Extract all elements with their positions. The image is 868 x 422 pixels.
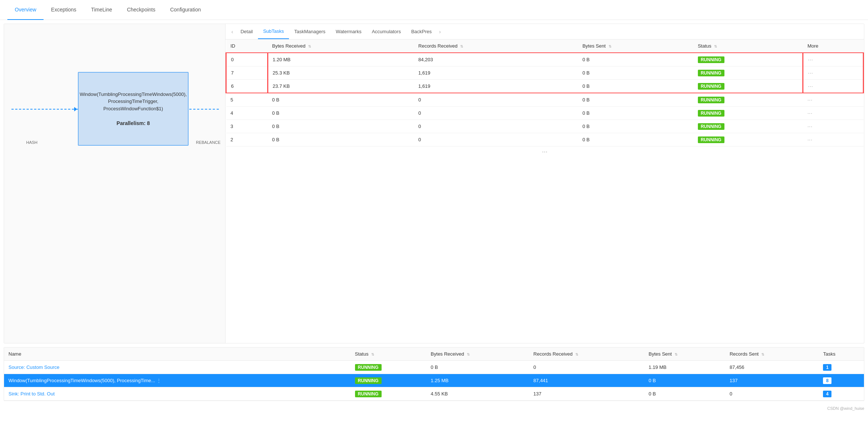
subtask-tab-backpres[interactable]: BackPres <box>406 24 437 39</box>
subtask-table-header: ID Bytes Received ⇅ Records Received ⇅ B… <box>226 39 864 53</box>
subtask-tab-watermarks[interactable]: Watermarks <box>331 24 367 39</box>
tab-timeline[interactable]: TimeLine <box>84 0 120 20</box>
subtask-tab-detail[interactable]: Detail <box>235 24 258 39</box>
bytes-received-sort: ⇅ <box>308 44 311 48</box>
subtask-tab-accumulators[interactable]: Accumulators <box>366 24 406 39</box>
tab-exceptions[interactable]: Exceptions <box>44 0 83 20</box>
bottom-row-records-received: 87,441 <box>529 374 644 387</box>
bottom-row-tasks: 4 <box>819 387 864 401</box>
more-dots[interactable]: ··· <box>807 97 813 103</box>
subtask-table-row[interactable]: 3 0 B 0 0 B RUNNING ··· <box>226 120 864 133</box>
status-sort: ⇅ <box>714 44 717 48</box>
subtask-table-container[interactable]: ID Bytes Received ⇅ Records Received ⇅ B… <box>225 39 864 343</box>
top-nav: Overview Exceptions TimeLine Checkpoints… <box>0 0 868 20</box>
node-content: Window(TumblingProcessingTimeWindows(500… <box>80 91 187 127</box>
more-dots[interactable]: ··· <box>808 57 813 62</box>
bottom-col-name: Name <box>4 347 351 361</box>
bottom-records-sent-sort: ⇅ <box>761 352 764 356</box>
row-more[interactable]: ··· <box>803 66 864 80</box>
status-badge: RUNNING <box>698 110 724 117</box>
bottom-table-row[interactable]: Sink: Print to Std. Out RUNNING 4.55 KB … <box>4 387 864 401</box>
subtask-table-row[interactable]: 5 0 B 0 0 B RUNNING ··· <box>226 93 864 107</box>
row-bytes-sent: 0 B <box>578 66 693 80</box>
status-badge: RUNNING <box>698 97 724 103</box>
subtask-table-row[interactable]: 7 25.3 KB 1,619 0 B RUNNING ··· <box>226 66 864 80</box>
rebalance-label: REBALANCE <box>196 140 221 145</box>
subtask-table-row[interactable]: 0 1.20 MB 84,203 0 B RUNNING ··· <box>226 53 864 66</box>
row-records-received: 1,619 <box>414 80 578 93</box>
bottom-table: Name Status ⇅ Bytes Received ⇅ Records R… <box>4 347 864 401</box>
tab-configuration[interactable]: Configuration <box>163 0 208 20</box>
subtask-tab-taskmanagers[interactable]: TaskManagers <box>289 24 331 39</box>
col-bytes-received[interactable]: Bytes Received ⇅ <box>268 39 414 53</box>
subtask-tab-right-arrow[interactable]: › <box>437 25 443 38</box>
row-more[interactable]: ··· <box>803 93 864 107</box>
row-bytes-received: 0 B <box>268 107 414 120</box>
col-id: ID <box>226 39 268 53</box>
left-arrow-head <box>74 107 77 111</box>
bottom-row-name[interactable]: Source: Custom Source <box>4 361 351 374</box>
row-records-received: 0 <box>414 120 578 133</box>
task-badge: 1 <box>823 364 831 371</box>
status-badge: RUNNING <box>698 136 724 143</box>
bottom-row-name[interactable]: Window(TumblingProcessingTimeWindows(500… <box>4 374 351 387</box>
col-records-received[interactable]: Records Received ⇅ <box>414 39 578 53</box>
bottom-row-name[interactable]: Sink: Print to Std. Out <box>4 387 351 401</box>
row-records-received: 0 <box>414 93 578 107</box>
status-badge: RUNNING <box>355 391 382 397</box>
bottom-table-row[interactable]: Window(TumblingProcessingTimeWindows(500… <box>4 374 864 387</box>
hash-label: HASH <box>26 140 38 145</box>
bottom-col-status[interactable]: Status ⇅ <box>351 347 427 361</box>
row-more[interactable]: ··· <box>803 80 864 93</box>
bottom-col-records-received[interactable]: Records Received ⇅ <box>529 347 644 361</box>
bottom-table-row[interactable]: Source: Custom Source RUNNING 0 B 0 1.19… <box>4 361 864 374</box>
right-dashed-line <box>189 109 219 110</box>
row-status: RUNNING <box>693 53 803 66</box>
row-records-received: 1,619 <box>414 66 578 80</box>
bottom-col-bytes-sent[interactable]: Bytes Sent ⇅ <box>644 347 725 361</box>
subtask-table-row[interactable]: 4 0 B 0 0 B RUNNING ··· <box>226 107 864 120</box>
node-parallelism: Parallelism: 8 <box>80 120 187 127</box>
more-dots[interactable]: ··· <box>808 83 813 89</box>
status-badge: RUNNING <box>698 70 724 76</box>
node-box[interactable]: Window(TumblingProcessingTimeWindows(500… <box>78 72 189 146</box>
more-dots[interactable]: ··· <box>807 137 813 142</box>
more-dots[interactable]: ··· <box>807 124 813 129</box>
bottom-row-bytes-sent: 0 B <box>644 374 725 387</box>
row-more[interactable]: ··· <box>803 107 864 120</box>
tab-checkpoints[interactable]: Checkpoints <box>120 0 163 20</box>
row-id: 4 <box>226 107 268 120</box>
bottom-col-tasks: Tasks <box>819 347 864 361</box>
left-dashed-line <box>11 109 78 110</box>
row-id: 7 <box>226 66 268 80</box>
col-bytes-sent[interactable]: Bytes Sent ⇅ <box>578 39 693 53</box>
bottom-row-bytes-received: 1.25 MB <box>426 374 529 387</box>
row-bytes-received: 25.3 KB <box>268 66 414 80</box>
col-status[interactable]: Status ⇅ <box>693 39 803 53</box>
row-more[interactable]: ··· <box>803 53 864 66</box>
subtask-table: ID Bytes Received ⇅ Records Received ⇅ B… <box>225 39 864 146</box>
more-dots[interactable]: ··· <box>808 70 813 76</box>
subtask-tabs: ‹ Detail SubTasks TaskManagers Watermark… <box>225 24 864 39</box>
bottom-col-bytes-received[interactable]: Bytes Received ⇅ <box>426 347 529 361</box>
subtask-tab-left-arrow[interactable]: ‹ <box>229 25 235 38</box>
subtask-table-row[interactable]: 2 0 B 0 0 B RUNNING ··· <box>226 133 864 146</box>
scroll-hint[interactable]: ··· <box>225 146 864 157</box>
subtask-table-row[interactable]: 6 23.7 KB 1,619 0 B RUNNING ··· <box>226 80 864 93</box>
tab-overview[interactable]: Overview <box>7 0 44 20</box>
more-dots[interactable]: ··· <box>807 110 813 116</box>
row-bytes-sent: 0 B <box>578 80 693 93</box>
row-id: 5 <box>226 93 268 107</box>
bottom-row-bytes-received: 0 B <box>426 361 529 374</box>
row-more[interactable]: ··· <box>803 120 864 133</box>
bottom-col-records-sent[interactable]: Records Sent ⇅ <box>725 347 819 361</box>
row-bytes-received: 0 B <box>268 133 414 146</box>
bottom-row-records-received: 137 <box>529 387 644 401</box>
row-status: RUNNING <box>693 133 803 146</box>
row-id: 0 <box>226 53 268 66</box>
row-more[interactable]: ··· <box>803 133 864 146</box>
bottom-row-status: RUNNING <box>351 387 427 401</box>
subtask-tab-subtasks[interactable]: SubTasks <box>258 24 289 39</box>
row-id: 2 <box>226 133 268 146</box>
bottom-row-status: RUNNING <box>351 361 427 374</box>
